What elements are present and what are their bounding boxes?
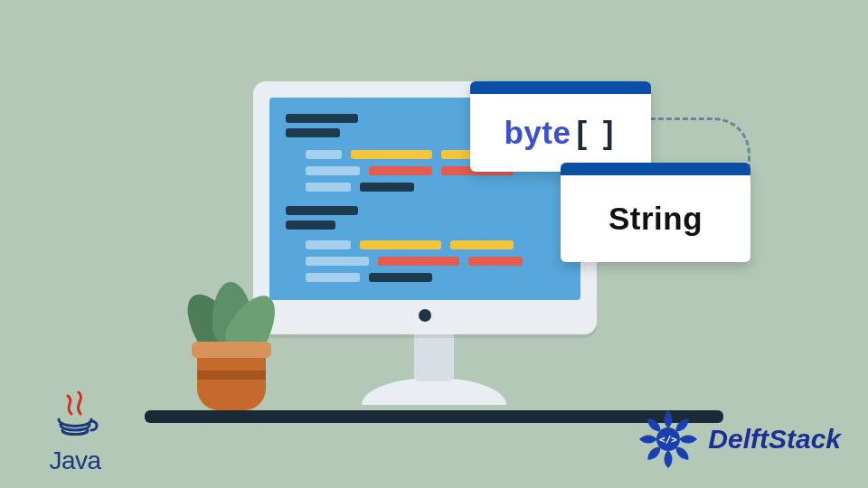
code-line <box>286 128 340 137</box>
java-wordmark: Java <box>25 446 125 475</box>
code-line <box>306 257 369 266</box>
code-line <box>306 150 342 159</box>
illustration-scene: byte [ ] String <box>181 54 687 434</box>
code-line <box>286 114 358 123</box>
code-line <box>369 273 432 282</box>
plant-pot-icon <box>197 354 266 410</box>
code-line <box>286 206 358 215</box>
monitor-power-button-icon <box>419 309 431 322</box>
code-line <box>306 273 360 282</box>
java-logo: Java <box>25 412 125 475</box>
code-line <box>450 240 514 249</box>
code-line <box>360 183 414 192</box>
code-line <box>360 240 441 249</box>
svg-text:</>: </> <box>659 434 677 446</box>
monitor-stand-neck <box>414 333 454 381</box>
code-line <box>306 166 360 175</box>
byte-array-window: byte [ ] <box>470 81 651 172</box>
desk-surface <box>145 410 723 423</box>
code-line <box>306 183 351 192</box>
byte-brackets-label: [ ] <box>571 115 617 151</box>
window-titlebar <box>470 81 651 94</box>
java-cup-icon <box>48 412 102 443</box>
delftstack-logo: </> DelftStack <box>637 408 841 470</box>
code-line <box>369 166 432 175</box>
monitor-stand-base <box>362 378 506 405</box>
plant-pot-stripe <box>197 371 266 380</box>
code-line <box>378 257 459 266</box>
code-line <box>468 257 523 266</box>
byte-type-label: byte <box>504 115 571 151</box>
string-window: String <box>561 163 750 262</box>
code-line <box>306 240 351 249</box>
delftstack-wordmark: DelftStack <box>708 424 841 455</box>
code-line <box>286 221 335 230</box>
delftstack-emblem-icon: </> <box>637 408 699 470</box>
code-line <box>351 150 432 159</box>
string-window-body: String <box>561 175 750 262</box>
byte-window-body: byte [ ] <box>470 94 651 172</box>
window-titlebar <box>561 163 750 175</box>
string-type-label: String <box>609 201 703 237</box>
